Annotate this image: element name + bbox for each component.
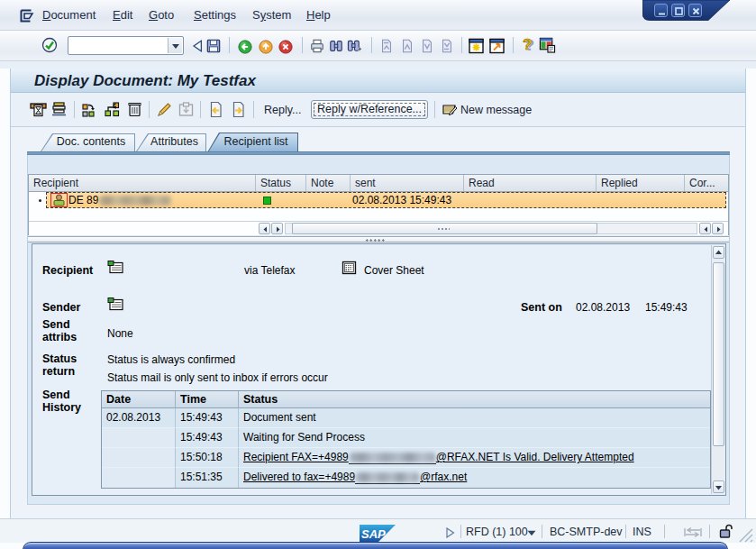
history-status-link[interactable]: Delivered to fax=+4989@rfax.net	[239, 468, 710, 488]
hscroll-thumb[interactable]	[292, 223, 597, 234]
via-telefax-text: via Telefax	[244, 264, 295, 277]
column-header-sent[interactable]: sent	[351, 175, 464, 191]
toolbar-separator	[371, 37, 372, 53]
new-message-label[interactable]: New message	[460, 104, 532, 116]
menu-edit[interactable]: Edit	[109, 6, 136, 23]
panel-vertical-scrollbar	[711, 245, 724, 494]
column-header-note[interactable]: Note	[306, 175, 351, 191]
history-status-link[interactable]: Recipient FAX=+4989@RFAX.NET Is Valid. D…	[239, 448, 710, 468]
find-icon[interactable]	[329, 38, 343, 54]
forward-icon[interactable]	[104, 101, 121, 118]
close-button[interactable]	[688, 4, 702, 17]
toolbar-separator	[302, 37, 303, 53]
tab-doc-contents[interactable]: Doc. contents	[41, 133, 135, 151]
scroll-left-button[interactable]	[259, 223, 270, 234]
history-column-status: Status	[239, 391, 710, 408]
row-selector[interactable]	[29, 192, 46, 208]
column-header-replied[interactable]: Replied	[597, 175, 685, 191]
sent-timestamp: 02.08.2013 15:49:43	[352, 194, 451, 206]
apptoolbar-separator	[74, 101, 75, 118]
resubmission-icon[interactable]	[30, 101, 47, 118]
row-bullet	[39, 199, 41, 202]
system-session-info[interactable]: RFD (1) 100	[466, 526, 528, 538]
status-bar: SAP RFD (1) 100 BC-SMTP-dev INS	[0, 518, 756, 543]
scroll-far-right-button[interactable]	[712, 223, 724, 234]
customize-layout-icon[interactable]	[539, 37, 556, 53]
system-dropdown-icon[interactable]	[527, 530, 536, 536]
menu-settings[interactable]: Settings	[190, 6, 240, 23]
find-next-icon[interactable]	[347, 38, 362, 54]
previous-document-icon[interactable]	[207, 101, 224, 118]
exit-icon[interactable]	[259, 39, 273, 55]
resize-grip[interactable]	[736, 528, 754, 544]
cover-sheet-icon[interactable]	[342, 261, 357, 275]
reply-button[interactable]: Reply...	[264, 104, 301, 116]
menu-document[interactable]: Document	[39, 6, 99, 23]
recipient-address-icon[interactable]	[106, 260, 124, 276]
previous-page-icon[interactable]	[400, 38, 414, 54]
sap-logo: SAP	[360, 525, 396, 542]
history-column-date: Date	[102, 391, 176, 408]
splitter-handle[interactable]	[28, 236, 729, 242]
enter-icon[interactable]	[41, 37, 58, 53]
apptoolbar-separator	[149, 101, 150, 118]
next-document-icon[interactable]	[230, 101, 247, 118]
new-session-icon[interactable]	[469, 38, 484, 54]
help-icon[interactable]: ? ?	[519, 37, 536, 53]
back-icon[interactable]	[238, 39, 252, 55]
detail-sender-label: Sender	[42, 301, 80, 314]
scroll-down-button[interactable]	[713, 480, 724, 493]
selected-row-highlight[interactable]: DE 89 02.08.2013 15:49:43	[46, 192, 726, 208]
status-play-icon[interactable]	[446, 527, 455, 538]
history-column-time: Time	[176, 391, 239, 408]
edit-pencil-icon[interactable]	[156, 101, 173, 118]
next-page-icon[interactable]	[420, 38, 434, 54]
tab-label: Attributes	[136, 135, 206, 148]
cancel-icon[interactable]	[278, 39, 293, 55]
status-return-line1: Status is always confirmed	[107, 353, 235, 366]
menu-system[interactable]: System	[249, 6, 295, 23]
send-again-icon[interactable]	[81, 101, 98, 118]
menu-goto[interactable]: Goto	[145, 6, 178, 23]
print-icon[interactable]	[310, 38, 324, 54]
save-icon[interactable]	[206, 38, 221, 54]
svg-text:SAP: SAP	[361, 527, 386, 541]
column-header-recipient[interactable]: Recipient	[29, 175, 256, 191]
history-row: 15:51:35 Delivered to fax=+4989@rfax.net	[102, 468, 710, 488]
send-history-label: SendHistory	[42, 389, 81, 414]
sent-on-time: 15:49:43	[645, 301, 688, 314]
table-horizontal-scrollbar	[29, 221, 728, 235]
menu-help[interactable]: Help	[303, 6, 334, 23]
scroll-right-button[interactable]	[271, 223, 283, 234]
create-shortcut-icon[interactable]	[489, 38, 505, 54]
back-triangle-icon[interactable]	[191, 38, 204, 54]
column-header-read[interactable]: Read	[464, 175, 597, 191]
command-field-dropdown[interactable]	[168, 38, 182, 53]
recipient-row[interactable]: DE 89 02.08.2013 15:49:43	[29, 192, 728, 208]
reply-with-reference-button[interactable]: Reply w/Reference...	[311, 100, 428, 119]
hold-icon[interactable]	[178, 101, 195, 118]
tab-attributes[interactable]: Attributes	[136, 133, 206, 151]
first-page-icon[interactable]	[379, 38, 394, 54]
system-menu-icon[interactable]	[20, 9, 35, 23]
last-page-icon[interactable]	[440, 38, 454, 54]
scroll-up-button[interactable]	[713, 246, 724, 259]
maximize-button[interactable]	[671, 4, 685, 17]
scroll-far-left-button[interactable]	[699, 223, 711, 234]
delete-icon[interactable]	[126, 101, 143, 118]
minimize-button[interactable]	[654, 4, 668, 17]
column-header-status[interactable]: Status	[256, 175, 306, 191]
history-date	[102, 468, 176, 488]
sender-address-icon[interactable]	[106, 297, 124, 313]
new-message-icon[interactable]	[442, 101, 459, 118]
documents-stack-icon[interactable]	[50, 101, 68, 118]
vscroll-thumb[interactable]	[713, 262, 724, 446]
tab-recipient-list[interactable]: Recipient list	[207, 133, 298, 152]
command-field[interactable]	[68, 36, 184, 55]
insert-mode: INS	[633, 526, 651, 538]
statusbar-separator	[542, 525, 542, 538]
detail-panel: Recipient via Telefax Cover Sheet Sender…	[32, 243, 726, 496]
title-bar: Display Document: My Testfax	[11, 69, 745, 93]
send-history-header: Date Time Status	[102, 391, 710, 408]
column-header-cor[interactable]: Cor...	[685, 175, 728, 191]
